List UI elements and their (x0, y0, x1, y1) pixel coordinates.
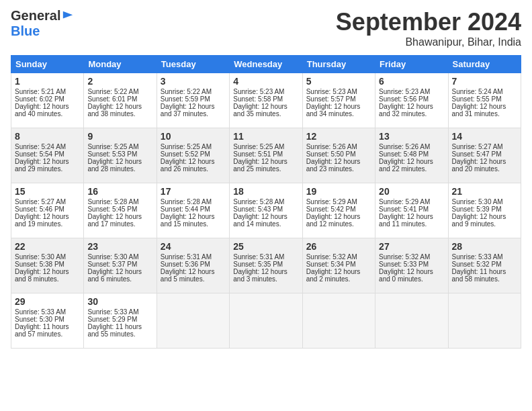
daylight-label: Daylight: 12 hours and 25 minutes. (233, 158, 287, 173)
header-row: Sunday Monday Tuesday Wednesday Thursday… (11, 56, 521, 73)
day-number: 28 (452, 241, 517, 252)
col-wednesday: Wednesday (230, 56, 302, 73)
calendar-week-row: 15 Sunrise: 5:27 AM Sunset: 5:46 PM Dayl… (11, 183, 521, 238)
calendar-week-row: 8 Sunrise: 5:24 AM Sunset: 5:54 PM Dayli… (11, 128, 521, 183)
calendar-week-row: 1 Sunrise: 5:21 AM Sunset: 6:02 PM Dayli… (11, 73, 521, 128)
daylight-label: Daylight: 12 hours and 38 minutes. (87, 103, 142, 118)
calendar-cell (448, 293, 521, 349)
sunset-label: Sunset: 5:29 PM (87, 316, 137, 323)
sunrise-label: Sunrise: 5:28 AM (87, 198, 138, 205)
calendar-cell (302, 293, 375, 349)
sunset-label: Sunset: 5:53 PM (87, 150, 137, 158)
day-number: 27 (379, 241, 444, 252)
calendar-cell: 9 Sunrise: 5:25 AM Sunset: 5:53 PM Dayli… (84, 128, 157, 183)
header: General Blue September 2024 Bhawanipur, … (11, 8, 521, 48)
sunset-label: Sunset: 5:56 PM (379, 95, 429, 103)
sunset-label: Sunset: 5:46 PM (15, 205, 64, 213)
sunset-label: Sunset: 5:51 PM (233, 150, 283, 158)
sunrise-label: Sunrise: 5:24 AM (452, 88, 503, 95)
day-number: 16 (87, 186, 152, 197)
daylight-label: Daylight: 12 hours and 32 minutes. (379, 103, 433, 118)
daylight-label: Daylight: 11 hours and 58 minutes. (452, 268, 506, 283)
col-sunday: Sunday (11, 56, 84, 73)
daylight-label: Daylight: 11 hours and 57 minutes. (15, 323, 69, 338)
day-number: 24 (161, 241, 226, 252)
calendar-cell: 23 Sunrise: 5:30 AM Sunset: 5:37 PM Dayl… (84, 238, 157, 293)
daylight-label: Daylight: 12 hours and 12 minutes. (306, 213, 361, 228)
main-container: General Blue September 2024 Bhawanipur, … (0, 0, 532, 354)
daylight-label: Daylight: 12 hours and 40 minutes. (15, 103, 69, 118)
daylight-label: Daylight: 12 hours and 2 minutes. (306, 268, 361, 283)
daylight-label: Daylight: 12 hours and 5 minutes. (161, 268, 215, 283)
calendar-cell: 30 Sunrise: 5:33 AM Sunset: 5:29 PM Dayl… (84, 293, 157, 349)
daylight-label: Daylight: 12 hours and 29 minutes. (15, 158, 69, 173)
daylight-label: Daylight: 12 hours and 9 minutes. (452, 213, 506, 228)
sunset-label: Sunset: 5:50 PM (306, 150, 356, 158)
logo-general-text: General (11, 8, 60, 24)
sunset-label: Sunset: 5:36 PM (161, 261, 210, 268)
day-number: 4 (233, 76, 298, 87)
sunset-label: Sunset: 6:01 PM (87, 95, 137, 103)
sunrise-label: Sunrise: 5:23 AM (306, 88, 357, 95)
calendar-cell: 12 Sunrise: 5:26 AM Sunset: 5:50 PM Dayl… (302, 128, 375, 183)
calendar-cell: 24 Sunrise: 5:31 AM Sunset: 5:36 PM Dayl… (157, 238, 229, 293)
daylight-label: Daylight: 12 hours and 8 minutes. (15, 268, 69, 283)
logo: General Blue (11, 8, 74, 39)
sunrise-label: Sunrise: 5:28 AM (233, 198, 284, 205)
sunset-label: Sunset: 5:57 PM (306, 95, 356, 103)
sunrise-label: Sunrise: 5:28 AM (161, 198, 212, 205)
daylight-label: Daylight: 12 hours and 15 minutes. (161, 213, 215, 228)
day-number: 22 (15, 241, 80, 252)
day-number: 10 (161, 131, 226, 142)
calendar-cell (375, 293, 448, 349)
sunrise-label: Sunrise: 5:26 AM (379, 143, 430, 150)
calendar-cell (230, 293, 302, 349)
calendar-cell: 15 Sunrise: 5:27 AM Sunset: 5:46 PM Dayl… (11, 183, 84, 238)
sunset-label: Sunset: 5:44 PM (161, 205, 210, 213)
sunset-label: Sunset: 5:55 PM (452, 95, 502, 103)
svg-marker-0 (63, 11, 73, 18)
day-number: 1 (15, 76, 80, 87)
calendar-cell: 20 Sunrise: 5:29 AM Sunset: 5:41 PM Dayl… (375, 183, 448, 238)
sunset-label: Sunset: 5:33 PM (379, 261, 429, 268)
daylight-label: Daylight: 12 hours and 19 minutes. (15, 213, 69, 228)
sunrise-label: Sunrise: 5:25 AM (233, 143, 284, 150)
calendar-cell (157, 293, 229, 349)
calendar-cell: 6 Sunrise: 5:23 AM Sunset: 5:56 PM Dayli… (375, 73, 448, 128)
logo-blue-text: Blue (11, 24, 40, 38)
sunrise-label: Sunrise: 5:29 AM (379, 198, 430, 205)
day-number: 12 (306, 131, 371, 142)
sunrise-label: Sunrise: 5:23 AM (379, 88, 430, 95)
sunrise-label: Sunrise: 5:33 AM (452, 253, 503, 261)
calendar-cell: 10 Sunrise: 5:25 AM Sunset: 5:52 PM Dayl… (157, 128, 229, 183)
sunrise-label: Sunrise: 5:30 AM (87, 253, 138, 261)
col-monday: Monday (84, 56, 157, 73)
calendar-cell: 16 Sunrise: 5:28 AM Sunset: 5:45 PM Dayl… (84, 183, 157, 238)
sunset-label: Sunset: 5:54 PM (15, 150, 64, 158)
day-number: 15 (15, 186, 80, 197)
sunrise-label: Sunrise: 5:32 AM (379, 253, 430, 261)
sunset-label: Sunset: 5:47 PM (452, 150, 502, 158)
sunrise-label: Sunrise: 5:31 AM (233, 253, 284, 261)
sunrise-label: Sunrise: 5:25 AM (87, 143, 138, 150)
calendar-cell: 26 Sunrise: 5:32 AM Sunset: 5:34 PM Dayl… (302, 238, 375, 293)
calendar-cell: 13 Sunrise: 5:26 AM Sunset: 5:48 PM Dayl… (375, 128, 448, 183)
sunrise-label: Sunrise: 5:27 AM (15, 198, 66, 205)
sunrise-label: Sunrise: 5:22 AM (87, 88, 138, 95)
calendar-cell: 22 Sunrise: 5:30 AM Sunset: 5:38 PM Dayl… (11, 238, 84, 293)
sunrise-label: Sunrise: 5:23 AM (233, 88, 284, 95)
sunrise-label: Sunrise: 5:21 AM (15, 88, 66, 95)
sunset-label: Sunset: 5:39 PM (452, 205, 502, 213)
sunset-label: Sunset: 5:59 PM (161, 95, 210, 103)
daylight-label: Daylight: 12 hours and 23 minutes. (306, 158, 361, 173)
logo-flag-icon (62, 10, 74, 22)
day-number: 29 (15, 296, 80, 307)
daylight-label: Daylight: 12 hours and 37 minutes. (161, 103, 215, 118)
calendar-cell: 25 Sunrise: 5:31 AM Sunset: 5:35 PM Dayl… (230, 238, 302, 293)
daylight-label: Daylight: 12 hours and 17 minutes. (87, 213, 142, 228)
sunset-label: Sunset: 5:34 PM (306, 261, 356, 268)
sunset-label: Sunset: 5:52 PM (161, 150, 210, 158)
day-number: 5 (306, 76, 371, 87)
day-number: 11 (233, 131, 298, 142)
day-number: 14 (452, 131, 517, 142)
